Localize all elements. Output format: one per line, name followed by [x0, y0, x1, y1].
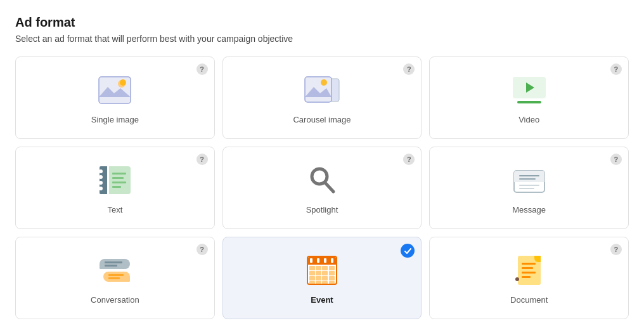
carousel-image-label: Carousel image	[293, 115, 351, 124]
page-subtitle: Select an ad format that will perform be…	[15, 34, 629, 44]
spotlight-label: Spotlight	[306, 205, 338, 214]
card-conversation[interactable]: ? Conversation	[15, 237, 215, 319]
carousel-image-icon	[302, 72, 342, 109]
document-label: Document	[510, 295, 548, 305]
event-icon	[307, 252, 337, 289]
spotlight-icon	[306, 162, 338, 199]
video-label: Video	[518, 115, 539, 124]
help-icon-text[interactable]: ?	[196, 154, 208, 165]
card-message[interactable]: ? Message	[429, 147, 629, 229]
svg-rect-5	[305, 77, 332, 102]
svg-line-9	[325, 182, 333, 192]
help-icon-message[interactable]: ?	[610, 154, 622, 165]
svg-point-7	[321, 79, 327, 86]
card-single-image[interactable]: ? Single image	[15, 56, 215, 139]
conversation-icon	[100, 252, 130, 289]
single-image-icon	[98, 72, 132, 109]
text-label: Text	[107, 205, 122, 214]
help-icon-conversation[interactable]: ?	[196, 244, 208, 255]
help-icon-spotlight[interactable]: ?	[403, 154, 415, 165]
ad-format-grid: ? Single image ? Carousel image	[15, 56, 629, 319]
event-label: Event	[311, 295, 333, 305]
card-carousel-image[interactable]: ? Carousel image	[222, 56, 422, 139]
help-icon-video[interactable]: ?	[610, 63, 622, 75]
message-icon	[512, 162, 546, 199]
help-icon-document[interactable]: ?	[610, 244, 622, 255]
page-title: Ad format	[15, 15, 629, 30]
svg-point-3	[120, 79, 126, 86]
card-spotlight[interactable]: ? Spotlight	[222, 147, 422, 229]
message-label: Message	[512, 205, 546, 214]
help-icon-carousel-image[interactable]: ?	[403, 63, 415, 75]
single-image-label: Single image	[91, 115, 139, 124]
check-icon-event	[401, 244, 415, 258]
card-document[interactable]: ? Document	[429, 237, 629, 319]
card-video[interactable]: ? Video	[429, 56, 629, 139]
help-icon-single-image[interactable]: ?	[196, 63, 208, 75]
card-text[interactable]: ? Text	[15, 147, 215, 229]
video-icon	[513, 72, 546, 109]
svg-rect-0	[99, 77, 131, 103]
conversation-label: Conversation	[91, 295, 139, 305]
document-icon	[518, 252, 541, 289]
text-icon	[100, 162, 131, 199]
card-event[interactable]: Event	[222, 237, 422, 319]
